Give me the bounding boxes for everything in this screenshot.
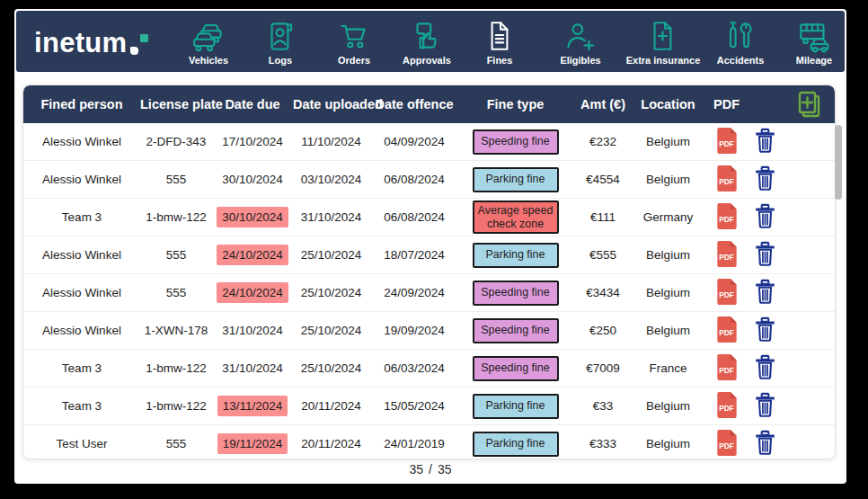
col-header-pdf: PDF [702, 97, 751, 111]
fined-person-cell: Alessio Winkel [23, 248, 140, 262]
pdf-icon-label: PDF [719, 367, 734, 375]
pagination-current: 35 [409, 462, 423, 477]
pagination-total: 35 [438, 462, 452, 477]
pdf-button[interactable]: PDF [714, 201, 740, 231]
trash-icon [755, 279, 775, 305]
fined-person-cell: Alessio Winkel [23, 135, 140, 148]
date-offence-cell: 06/08/2024 [369, 173, 459, 186]
col-header-location: Location [634, 97, 702, 111]
date-offence-cell: 24/01/2019 [369, 437, 459, 450]
trash-icon [755, 392, 775, 418]
nav-item-mileage[interactable]: Mileage [774, 19, 855, 66]
fined-person-cell: Team 3 [23, 361, 140, 375]
pdf-icon-label: PDF [719, 140, 734, 148]
location-cell: France [634, 361, 702, 375]
nav-label: Logs [269, 55, 292, 66]
date-uploaded-cell: 25/10/2024 [293, 248, 369, 262]
fine-type-badge: Parking fine [473, 394, 559, 419]
fine-type-cell: Speeding fine [459, 356, 571, 381]
pdf-cell: PDF [702, 428, 751, 460]
amount-cell: €111 [571, 210, 634, 224]
pdf-file-icon: PDF [714, 239, 740, 269]
nav-item-eligibles[interactable]: Eligibles [540, 19, 621, 66]
pdf-button[interactable]: PDF [714, 352, 740, 382]
delete-cell [751, 165, 778, 194]
col-header-amount: Amt (€) [571, 97, 634, 111]
mileage-icon [795, 19, 833, 53]
approvals-icon [408, 19, 446, 53]
nav-item-logs[interactable]: Logs [240, 19, 321, 66]
extra-insurance-icon [644, 19, 682, 53]
date-offence-cell: 04/09/2024 [369, 135, 459, 148]
amount-cell: €250 [571, 324, 634, 337]
delete-button[interactable] [755, 241, 775, 267]
fines-table: Fined person License plate Date due Date… [22, 85, 836, 459]
date-uploaded-cell: 20/11/2024 [293, 437, 369, 450]
pdf-cell: PDF [702, 352, 751, 385]
inetum-logo: inetum [34, 31, 148, 56]
table-row: Team 3 1-bmw-122 13/11/2024 20/11/2024 1… [23, 388, 835, 425]
nav-item-approvals[interactable]: Approvals [386, 19, 467, 66]
trash-icon [755, 203, 775, 229]
date-due-value: 30/10/2024 [217, 169, 288, 190]
pdf-file-icon: PDF [714, 277, 740, 307]
nav-item-accidents[interactable]: Accidents [700, 19, 781, 66]
delete-button[interactable] [755, 354, 775, 380]
vehicles-icon [190, 19, 227, 53]
nav-item-orders[interactable]: Orders [314, 19, 394, 66]
fine-type-badge: Parking fine [473, 432, 559, 457]
add-fine-button[interactable] [793, 89, 826, 121]
col-header-fined-person: Fined person [23, 97, 140, 111]
nav-item-fines[interactable]: Fines [459, 19, 540, 66]
amount-cell: €7009 [571, 361, 634, 375]
delete-cell [751, 241, 778, 270]
pdf-button[interactable]: PDF [714, 390, 740, 420]
eligibles-icon [562, 19, 599, 53]
delete-button[interactable] [755, 203, 775, 229]
date-due-cell: 31/10/2024 [212, 358, 293, 379]
license-plate-cell: 555 [140, 437, 212, 450]
date-uploaded-cell: 25/10/2024 [293, 361, 369, 375]
pdf-button[interactable]: PDF [714, 239, 740, 269]
fined-person-cell: Alessio Winkel [23, 286, 140, 299]
nav-item-vehicles[interactable]: Vehicles [168, 19, 249, 66]
pdf-button[interactable]: PDF [714, 277, 740, 307]
date-uploaded-cell: 25/10/2024 [293, 286, 369, 299]
delete-button[interactable] [755, 392, 775, 418]
delete-button[interactable] [755, 430, 775, 456]
vertical-scrollbar-thumb[interactable] [835, 125, 842, 200]
date-due-value: 24/10/2024 [217, 245, 288, 265]
table-row: Alessio Winkel 1-XWN-178 31/10/2024 25/1… [23, 312, 835, 350]
delete-button[interactable] [755, 165, 775, 192]
pdf-icon-label: PDF [719, 291, 734, 299]
delete-button[interactable] [755, 316, 775, 343]
col-header-date-offence: Date offence [369, 97, 459, 111]
pdf-button[interactable]: PDF [714, 315, 740, 344]
pdf-button[interactable]: PDF [714, 428, 740, 458]
fine-type-badge: Parking fine [473, 167, 559, 192]
pdf-icon-label: PDF [719, 405, 734, 413]
pdf-icon-label: PDF [719, 442, 734, 450]
pagination-separator: / [429, 462, 432, 477]
license-plate-cell: 1-bmw-122 [140, 399, 212, 413]
table-row: Alessio Winkel 555 24/10/2024 25/10/2024… [23, 236, 835, 274]
pdf-button[interactable]: PDF [714, 126, 740, 156]
fine-type-badge: Speeding fine [473, 318, 559, 343]
pdf-button[interactable]: PDF [714, 164, 740, 193]
date-due-value: 13/11/2024 [217, 396, 288, 416]
delete-button[interactable] [755, 128, 775, 154]
location-cell: Belgium [634, 324, 702, 337]
pdf-icon-label: PDF [719, 329, 734, 337]
pdf-cell: PDF [702, 390, 751, 423]
pdf-cell: PDF [702, 126, 751, 158]
amount-cell: €4554 [571, 173, 634, 186]
date-offence-cell: 06/03/2024 [369, 361, 459, 375]
date-due-value: 31/10/2024 [217, 358, 288, 379]
fine-type-badge: Speeding fine [473, 129, 559, 155]
location-cell: Belgium [634, 399, 702, 413]
nav-item-extra-insurance[interactable]: Extra insurance [623, 19, 704, 66]
delete-button[interactable] [755, 279, 775, 305]
date-due-cell: 31/10/2024 [212, 320, 293, 341]
date-offence-cell: 06/08/2024 [369, 210, 459, 224]
logo-text: inetum [34, 31, 127, 56]
